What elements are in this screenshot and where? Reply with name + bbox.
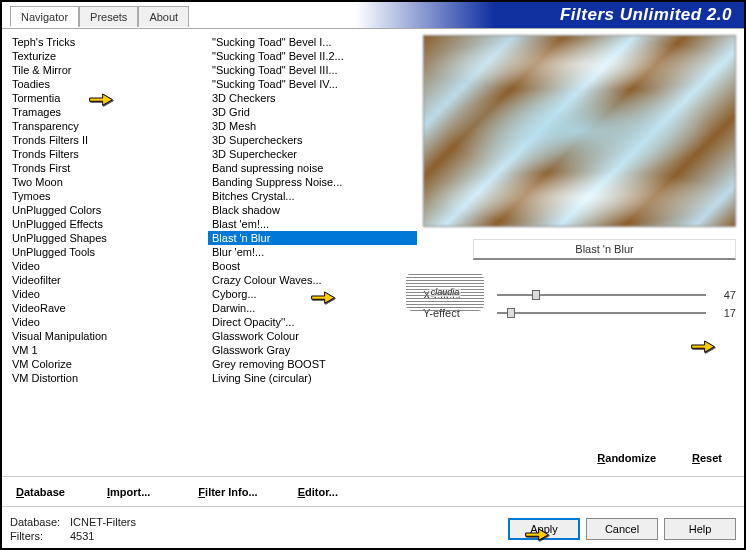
list-item[interactable]: UnPlugged Shapes bbox=[8, 231, 202, 245]
title-bar: Navigator Presets About Filters Unlimite… bbox=[2, 2, 744, 28]
list-item[interactable]: VM Distortion bbox=[8, 371, 202, 385]
list-item[interactable]: VM Colorize bbox=[8, 357, 202, 371]
slider-label: Y-effect bbox=[423, 307, 489, 319]
help-button[interactable]: Help bbox=[664, 518, 736, 540]
list-item[interactable]: Blur 'em!... bbox=[208, 245, 417, 259]
slider-x-effect[interactable]: X-effect 47 bbox=[423, 289, 736, 301]
list-item[interactable]: Video bbox=[8, 315, 202, 329]
list-item[interactable]: Black shadow bbox=[208, 203, 417, 217]
status-bar: Database:ICNET-Filters Filters:4531 Appl… bbox=[2, 506, 744, 550]
editor-button[interactable]: Editor... bbox=[292, 482, 344, 502]
list-item[interactable]: VM 1 bbox=[8, 343, 202, 357]
list-item[interactable]: Grey removing BOOST bbox=[208, 357, 417, 371]
navigator-panel: Teph's TricksTexturizeTile & MirrorToadi… bbox=[2, 28, 744, 476]
list-item[interactable]: 3D Supercheckers bbox=[208, 133, 417, 147]
list-item[interactable]: "Sucking Toad" Bevel II.2... bbox=[208, 49, 417, 63]
slider-track[interactable] bbox=[497, 312, 706, 314]
slider-value: 47 bbox=[714, 289, 736, 301]
slider-value: 17 bbox=[714, 307, 736, 319]
status-filters-label: Filters: bbox=[10, 529, 70, 543]
list-item[interactable]: "Sucking Toad" Bevel III... bbox=[208, 63, 417, 77]
list-item[interactable]: Direct Opacity''... bbox=[208, 315, 417, 329]
list-item[interactable]: Visual Manipulation bbox=[8, 329, 202, 343]
app-title: Filters Unlimited 2.0 bbox=[560, 5, 732, 25]
parameter-panel: X-effect 47 Y-effect 17 bbox=[423, 289, 736, 325]
list-item[interactable]: Toadies bbox=[8, 77, 202, 91]
list-item[interactable]: "Sucking Toad" Bevel IV... bbox=[208, 77, 417, 91]
list-item[interactable]: Darwin... bbox=[208, 301, 417, 315]
list-item[interactable]: UnPlugged Tools bbox=[8, 245, 202, 259]
bottom-link-row: Database Import... Filter Info... Editor… bbox=[2, 476, 744, 506]
list-item[interactable]: Blast 'n Blur bbox=[208, 231, 417, 245]
status-db-label: Database: bbox=[10, 515, 70, 529]
tab-strip: Navigator Presets About bbox=[10, 5, 189, 26]
list-item[interactable]: Banding Suppress Noise... bbox=[208, 175, 417, 189]
list-item[interactable]: Tymoes bbox=[8, 189, 202, 203]
tab-presets[interactable]: Presets bbox=[79, 6, 138, 27]
list-item[interactable]: UnPlugged Effects bbox=[8, 217, 202, 231]
reset-button[interactable]: Reset bbox=[686, 448, 728, 468]
slider-thumb[interactable] bbox=[532, 290, 540, 300]
list-item[interactable]: Living Sine (circular) bbox=[208, 371, 417, 385]
status-db-value: ICNET-Filters bbox=[70, 516, 136, 528]
list-item[interactable]: Tormentia bbox=[8, 91, 202, 105]
title-gradient: Filters Unlimited 2.0 bbox=[189, 2, 744, 28]
apply-button[interactable]: Apply bbox=[508, 518, 580, 540]
list-item[interactable]: Tile & Mirror bbox=[8, 63, 202, 77]
status-filters-value: 4531 bbox=[70, 530, 94, 542]
database-button[interactable]: Database bbox=[10, 482, 71, 502]
tab-navigator[interactable]: Navigator bbox=[10, 6, 79, 27]
list-item[interactable]: Cyborg... bbox=[208, 287, 417, 301]
import-button[interactable]: Import... bbox=[101, 482, 156, 502]
list-item[interactable]: Video bbox=[8, 259, 202, 273]
list-item[interactable]: Tronds First bbox=[8, 161, 202, 175]
category-list[interactable]: Teph's TricksTexturizeTile & MirrorToadi… bbox=[8, 35, 202, 470]
list-item[interactable]: Bitches Crystal... bbox=[208, 189, 417, 203]
list-item[interactable]: Texturize bbox=[8, 49, 202, 63]
list-item[interactable]: 3D Superchecker bbox=[208, 147, 417, 161]
cancel-button[interactable]: Cancel bbox=[586, 518, 658, 540]
list-item[interactable]: Crazy Colour Waves... bbox=[208, 273, 417, 287]
list-item[interactable]: Videofilter bbox=[8, 273, 202, 287]
list-item[interactable]: 3D Mesh bbox=[208, 119, 417, 133]
list-item[interactable]: Glasswork Colour bbox=[208, 329, 417, 343]
slider-track[interactable] bbox=[497, 294, 706, 296]
slider-y-effect[interactable]: Y-effect 17 bbox=[423, 307, 736, 319]
filter-list[interactable]: "Sucking Toad" Bevel I..."Sucking Toad" … bbox=[208, 35, 417, 470]
list-item[interactable]: Tronds Filters bbox=[8, 147, 202, 161]
list-item[interactable]: Tronds Filters II bbox=[8, 133, 202, 147]
filter-info-button[interactable]: Filter Info... bbox=[192, 482, 263, 502]
list-item[interactable]: Transparency bbox=[8, 119, 202, 133]
list-item[interactable]: UnPlugged Colors bbox=[8, 203, 202, 217]
list-item[interactable]: Boost bbox=[208, 259, 417, 273]
filter-preview bbox=[423, 35, 736, 227]
list-item[interactable]: Band supressing noise bbox=[208, 161, 417, 175]
right-button-row: Randomize Reset bbox=[423, 446, 736, 470]
list-item[interactable]: 3D Grid bbox=[208, 105, 417, 119]
tab-about[interactable]: About bbox=[138, 6, 189, 27]
slider-thumb[interactable] bbox=[507, 308, 515, 318]
list-item[interactable]: Glasswork Gray bbox=[208, 343, 417, 357]
slider-label: X-effect bbox=[423, 289, 489, 301]
list-item[interactable]: VideoRave bbox=[8, 301, 202, 315]
list-item[interactable]: Two Moon bbox=[8, 175, 202, 189]
list-item[interactable]: "Sucking Toad" Bevel I... bbox=[208, 35, 417, 49]
list-item[interactable]: Tramages bbox=[8, 105, 202, 119]
randomize-button[interactable]: Randomize bbox=[591, 448, 662, 468]
list-item[interactable]: Blast 'em!... bbox=[208, 217, 417, 231]
list-item[interactable]: Teph's Tricks bbox=[8, 35, 202, 49]
list-item[interactable]: 3D Checkers bbox=[208, 91, 417, 105]
list-item[interactable]: Video bbox=[8, 287, 202, 301]
selected-filter-name: Blast 'n Blur bbox=[473, 239, 736, 260]
